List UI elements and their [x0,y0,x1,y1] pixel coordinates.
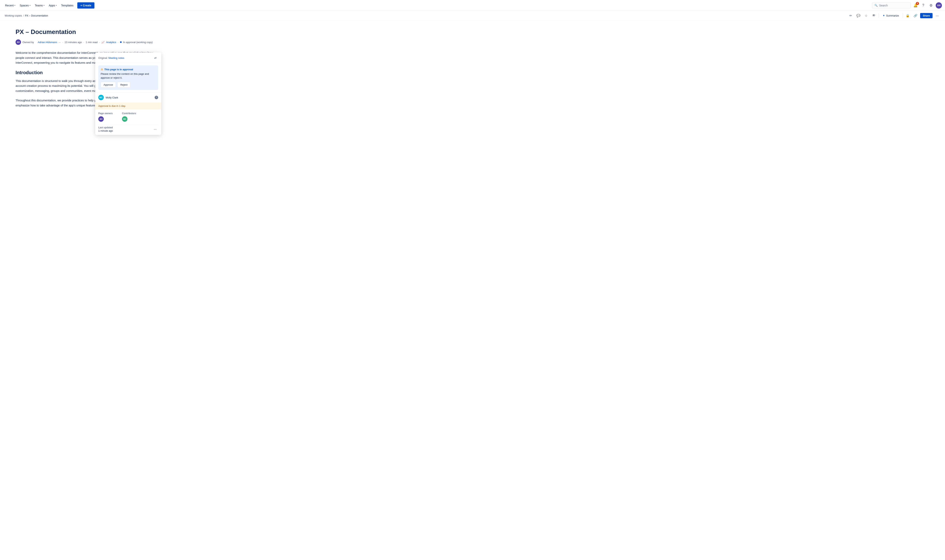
user-avatar-initials: AH [937,4,940,7]
toolbar-separator-2 [903,13,903,18]
warning-icon: ⚠ [101,68,103,71]
approval-alert: ⚠ This page is in approval Please review… [98,65,158,90]
due-banner: Approval is due in 1 day. [95,103,161,109]
help-button[interactable]: ? [920,2,927,9]
templates-label: Templates [61,4,74,7]
reviewer-avatar: MC [98,95,104,100]
recent-label: Recent [5,4,14,7]
search-icon: 🔍 [874,4,877,7]
spaces-label: Spaces [20,4,29,7]
nav-left: Recent ▾ Spaces ▾ Teams ▾ Apps ▾ Templat… [3,2,871,9]
nav-teams[interactable]: Teams ▾ [33,3,46,8]
help-icon-button[interactable]: ? [155,96,158,99]
reviewer-name: Molly Clark [106,96,118,99]
read-time: 1 min read [86,41,97,44]
teams-chevron-icon: ▾ [43,4,45,6]
comment-button[interactable]: 💬 [855,12,862,18]
popup-collapse-button[interactable]: ⇄ [153,55,158,61]
gear-icon: ⚙ [930,3,933,8]
breadcrumb-parent[interactable]: Working copies [5,14,22,17]
popup-original-label: Original: Meeting notes [98,57,124,59]
arrows-icon: ⇄ [154,56,157,59]
more-icon: ··· [936,14,939,18]
ai-icon: ✦ [883,14,885,17]
meta-dot-1: · [62,41,63,44]
nav-templates[interactable]: Templates [59,3,76,8]
nav-apps[interactable]: Apps ▾ [47,3,59,8]
owner-link[interactable]: Adrian Hülsmann [38,41,57,44]
summarize-button[interactable]: ✦ Summarize [880,13,901,18]
more-options-button[interactable]: ··· [934,12,940,18]
share-button[interactable]: Share [920,13,933,18]
page-owners-col: Page owners AH [98,112,113,120]
owners-cols: Page owners AH Contributors MC [98,112,158,120]
teams-label: Teams [35,4,43,7]
analytics-icon: 📈 [102,41,105,44]
star-icon: ☆ [865,14,868,17]
link-icon: 🔗 [914,14,917,17]
spaces-chevron-icon: ▾ [29,4,31,6]
nav-recent[interactable]: Recent ▾ [3,3,17,8]
breadcrumb: Working copies / PX – Documentation [5,14,48,17]
create-label: + Create [80,4,91,7]
user-avatar[interactable]: AH [936,2,942,9]
comment-icon: 💬 [856,14,860,17]
share-label: Share [923,14,930,17]
help-icon: ? [922,3,924,8]
approval-alert-title: ⚠ This page is in approval [101,68,156,71]
reject-button[interactable]: Reject [117,82,130,88]
star-button[interactable]: ☆ [863,12,869,18]
create-button[interactable]: + Create [77,2,94,9]
owners-section: Page owners AH Contributors MC Last upda… [95,109,161,120]
status-text: In approval (working copy) [123,41,153,44]
nav-right: 🔍 Search 🔔 8 ? ⚙ AH [872,2,942,9]
page-title: PX – Documentation [15,28,159,35]
owner-prefix: Owned by [23,41,34,44]
status-dot [120,42,122,43]
owner-avatar: AH [15,39,21,45]
edit-button[interactable]: ✏ [848,12,854,18]
summarize-label: Summarize [886,14,899,17]
approval-title-text: This page is in approval [104,68,133,71]
notifications-button[interactable]: 🔔 8 [913,2,919,9]
breadcrumb-current: PX – Documentation [25,14,48,17]
meta-dot-2: · [83,41,84,44]
breadcrumb-bar: Working copies / PX – Documentation ✏ 💬 … [0,11,945,20]
toolbar: ✏ 💬 ☆ 👁 ✦ Summarize 🔒 🔗 Share ··· [848,12,940,18]
link-button[interactable]: 🔗 [913,12,919,18]
recent-chevron-icon: ▾ [14,4,15,6]
apps-label: Apps [49,4,55,7]
lock-icon: 🔒 [906,14,910,17]
approval-body-text: Please review the content on this page a… [101,72,156,80]
meta-ellipsis: ··· [59,41,61,44]
page-owners-label: Page owners [98,112,113,115]
page-owner-avatar: AH [98,116,104,120]
contributors-col: Contributors MC [122,112,136,120]
meta-row: AH Owned by Adrian Hülsmann ··· · 13 min… [15,39,159,45]
toolbar-separator [879,13,879,18]
navbar: Recent ▾ Spaces ▾ Teams ▾ Apps ▾ Templat… [0,0,945,11]
nav-spaces[interactable]: Spaces ▾ [18,3,32,8]
approval-actions: Approve Reject [101,82,156,88]
meta-dot-4: · [118,41,119,44]
due-notice-text: Approval is due in 1 day. [98,105,126,108]
contributor-avatar: MC [122,116,128,120]
approve-button[interactable]: Approve [101,82,116,88]
apps-chevron-icon: ▾ [56,4,57,6]
owner-avatar-initials: AH [15,39,21,45]
breadcrumb-separator: / [23,14,24,17]
eye-icon: 👁 [873,14,876,17]
settings-button[interactable]: ⚙ [928,2,934,9]
reviewer-row: MC Molly Clark ? [95,92,161,103]
notifications-badge: 8 [916,2,919,5]
contributors-label: Contributors [122,112,136,115]
restrictions-button[interactable]: 🔒 [905,12,911,18]
watch-button[interactable]: 👁 [871,12,877,18]
analytics-link[interactable]: Analytics [106,41,116,44]
popup-original-link[interactable]: Meeting notes [108,57,124,59]
edit-icon: ✏ [849,14,852,17]
approval-popup: Original: Meeting notes ⇄ ⚠ This page is… [95,52,161,120]
popup-header: Original: Meeting notes ⇄ [95,52,161,63]
search-input[interactable]: 🔍 Search [872,3,911,8]
search-placeholder: Search [879,4,888,7]
